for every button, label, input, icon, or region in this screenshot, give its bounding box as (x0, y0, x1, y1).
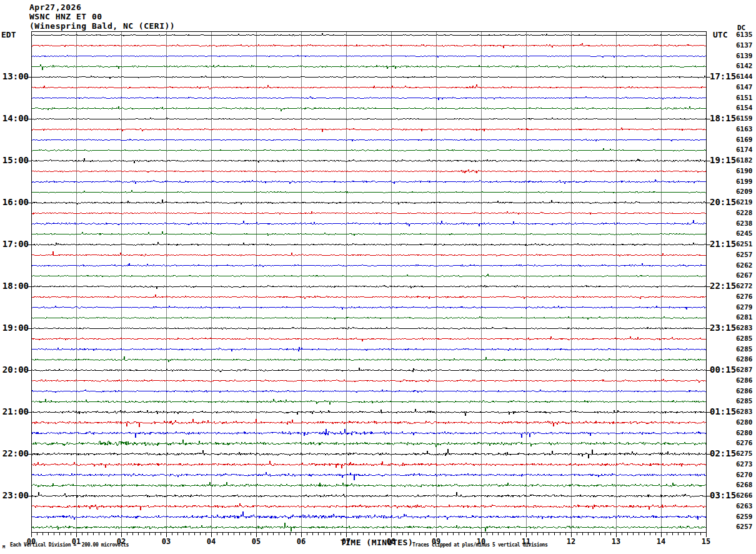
trace-row-2100 (31, 409, 706, 416)
edt-hour-label: 16:00 (0, 198, 29, 207)
vertical-scale-note: Each Vertical Division = 200.00 microvol… (10, 543, 129, 548)
trace-row-2230 (31, 472, 706, 480)
dc-value: 6154 (736, 104, 753, 112)
dc-value: 6137 (736, 42, 753, 49)
dc-value: 6273 (736, 461, 753, 468)
trace-row-2215 (31, 461, 706, 468)
dc-value: 6219 (736, 199, 753, 206)
dc-value: 6267 (736, 272, 753, 280)
dc-value: 6209 (736, 188, 753, 196)
trace-row-1200 (31, 33, 706, 36)
corner-mark: M (2, 545, 5, 550)
trace-row-2115 (31, 419, 706, 427)
dc-value: 6163 (736, 126, 753, 133)
trace-row-1800 (31, 285, 706, 289)
dc-value: 6279 (736, 304, 753, 311)
dc-value: 6281 (736, 314, 753, 321)
dc-value: 6257 (736, 523, 753, 531)
edt-hour-label: 22:00 (0, 449, 29, 458)
dc-value: 6174 (736, 146, 753, 154)
dc-value: 6268 (736, 481, 753, 489)
utc-hour-label: 19:15 (710, 156, 736, 165)
dc-value: 6238 (736, 220, 753, 228)
utc-hour-label: 03:15 (710, 491, 736, 500)
clip-note: Traces clipped at plus/minus 5 vertical … (412, 543, 547, 548)
dc-value: 6285 (736, 398, 753, 405)
edt-hour-label: 21:00 (0, 407, 29, 416)
utc-hour-label: 00:15 (710, 365, 736, 375)
utc-hour-label: 02:15 (710, 449, 736, 458)
utc-hour-label: 01:15 (710, 407, 736, 416)
trace-row-1230 (31, 55, 706, 58)
trace-row-2145 (31, 440, 706, 447)
trace-row-2045 (31, 399, 706, 405)
dc-value: 6263 (736, 503, 753, 510)
dc-value: 6270 (736, 471, 753, 479)
x-tick-label: 12 (562, 538, 580, 546)
trace-row-1315 (31, 84, 706, 89)
trace-row-2330 (31, 511, 706, 520)
dc-value: 6286 (736, 388, 753, 395)
trace-row-1215 (31, 43, 706, 48)
dc-value: 6190 (736, 168, 753, 175)
trace-row-1745 (31, 274, 706, 277)
dc-value: 6245 (736, 230, 753, 238)
trace-row-1945 (31, 356, 706, 362)
dc-value: 6182 (736, 157, 753, 164)
trace-row-1630 (31, 220, 706, 226)
trace-row-2345 (31, 523, 706, 531)
dc-value: 6285 (736, 335, 753, 343)
edt-hour-label: 18:00 (0, 281, 29, 291)
x-tick-label: 05 (247, 538, 265, 546)
dc-value: 6287 (736, 366, 753, 374)
dc-value: 6135 (736, 31, 753, 39)
x-tick-label: 06 (292, 538, 310, 546)
trace-row-1930 (31, 347, 706, 351)
dc-value: 6147 (736, 84, 753, 91)
trace-row-2030 (31, 390, 706, 393)
dc-value: 6257 (736, 251, 753, 259)
helicorder-plot (0, 0, 756, 554)
edt-hour-label: 13:00 (0, 72, 29, 81)
dc-value: 6139 (736, 53, 753, 60)
dc-value: 6283 (736, 408, 753, 416)
trace-row-1400 (31, 118, 706, 119)
dc-value: 6144 (736, 73, 753, 81)
dc-value: 6272 (736, 283, 753, 290)
trace-row-1245 (31, 64, 706, 70)
trace-row-1900 (31, 327, 706, 330)
dc-value: 6285 (736, 346, 753, 353)
trace-row-1730 (31, 263, 706, 267)
dc-value: 6286 (736, 356, 753, 363)
trace-row-2130 (31, 429, 706, 438)
edt-hour-label: 23:00 (0, 491, 29, 500)
trace-row-1445 (31, 148, 706, 151)
dc-value: 6280 (736, 430, 753, 437)
x-tick-label: 13 (607, 538, 625, 546)
dc-value: 6259 (736, 513, 753, 521)
trace-row-2200 (31, 449, 706, 458)
trace-row-1545 (31, 190, 706, 193)
trace-row-2300 (31, 492, 706, 498)
dc-value: 6159 (736, 115, 753, 123)
dc-value: 6286 (736, 377, 753, 385)
trace-row-2000 (31, 367, 706, 372)
utc-hour-label: 23:15 (710, 323, 736, 333)
trace-row-2015 (31, 379, 706, 383)
trace-row-2315 (31, 503, 706, 510)
trace-row-1345 (31, 106, 706, 111)
x-tick-label: 04 (202, 538, 220, 546)
edt-hour-label: 19:00 (0, 323, 29, 333)
dc-value: 6262 (736, 262, 753, 269)
x-tick-label: 14 (652, 538, 670, 546)
trace-row-1430 (31, 139, 706, 141)
trace-row-1700 (31, 242, 706, 246)
trace-row-1830 (31, 306, 706, 310)
edt-hour-label: 17:00 (0, 239, 29, 249)
edt-hour-label: 15:00 (0, 156, 29, 165)
dc-value: 6228 (736, 209, 753, 217)
dc-value: 6275 (736, 450, 753, 458)
trace-row-1515 (31, 169, 706, 173)
trace-row-1815 (31, 295, 706, 299)
dc-value: 6142 (736, 63, 753, 70)
